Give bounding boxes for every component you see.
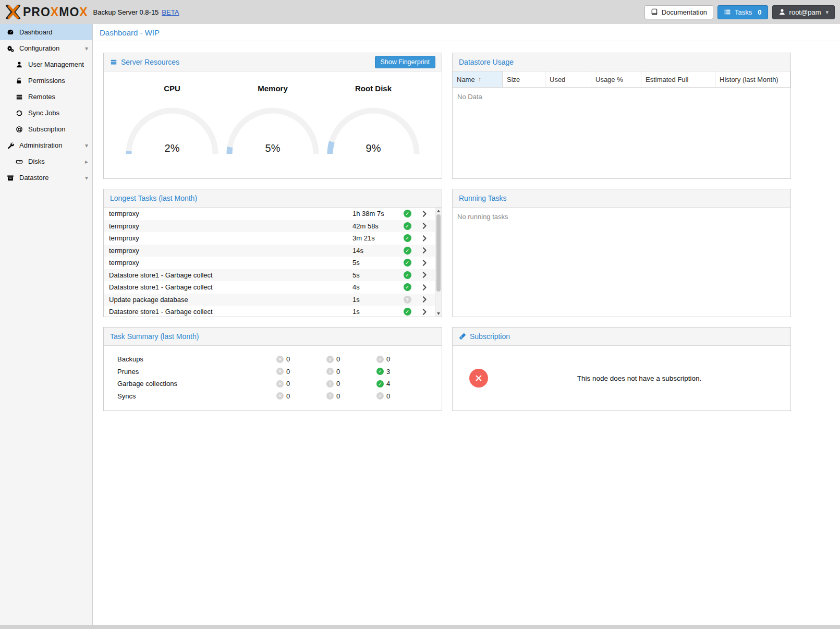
column-header-name[interactable]: Name↑	[453, 71, 503, 87]
tasks-scrollbar[interactable]	[435, 208, 442, 317]
sidebar-item-sync-jobs[interactable]: Sync Jobs	[0, 105, 92, 121]
summary-count: ✕0	[276, 380, 326, 388]
gauge-arc: 5%	[223, 103, 322, 155]
tasks-button[interactable]: Tasks 0	[717, 5, 768, 19]
documentation-button[interactable]: Documentation	[644, 5, 713, 19]
error-count-icon: ✕	[276, 392, 284, 400]
status-unknown-icon: ?	[404, 296, 411, 304]
summary-count: ✕0	[276, 355, 326, 363]
gauge-value: 2%	[123, 142, 222, 154]
column-header-label: Used	[550, 76, 565, 83]
longest-tasks-panel: Longest Tasks (last Month) termproxy1h 3…	[103, 189, 442, 317]
sidebar-item-user-management[interactable]: User Management	[0, 56, 92, 72]
status-ok-icon: ✓	[404, 308, 411, 316]
gauge-memory: Memory5%	[223, 84, 322, 155]
task-row[interactable]: Update package database1s?	[104, 294, 442, 306]
column-header-label: Estimated Full	[646, 76, 688, 83]
sidebar-item-label: Disks	[28, 158, 80, 165]
task-name: termproxy	[109, 247, 352, 255]
status-ok-icon: ✓	[404, 259, 411, 267]
column-header-label: Name	[457, 76, 475, 83]
no-subscription-x-icon: ✕	[469, 369, 488, 388]
task-duration: 1s	[352, 308, 399, 316]
book-icon	[651, 8, 658, 16]
scrollbar-thumb[interactable]	[436, 214, 441, 292]
sidebar-item-disks[interactable]: Disks▸	[0, 153, 92, 170]
task-row[interactable]: termproxy5s✓	[104, 257, 442, 269]
sidebar-item-subscription[interactable]: Subscription	[0, 121, 92, 137]
task-status: ✓	[399, 234, 415, 242]
task-row[interactable]: termproxy42m 58s✓	[104, 220, 442, 233]
scroll-down-arrow[interactable]	[435, 310, 442, 317]
task-detail-chevron[interactable]	[415, 284, 434, 291]
scroll-up-arrow[interactable]	[435, 208, 442, 214]
task-detail-chevron[interactable]	[415, 222, 434, 229]
chevron-right-icon	[421, 296, 428, 303]
summary-count-value: 0	[286, 380, 290, 388]
sidebar-item-dashboard[interactable]: Dashboard	[0, 24, 92, 40]
lifering-icon	[15, 125, 23, 134]
sidebar-item-datastore[interactable]: Datastore▾	[0, 170, 92, 186]
task-detail-chevron[interactable]	[415, 296, 434, 303]
summary-label: Garbage collections	[117, 380, 276, 388]
chevron-right-icon	[421, 247, 428, 254]
summary-count: ✕0	[276, 392, 326, 400]
task-duration: 1h 38m 7s	[352, 210, 399, 217]
task-detail-chevron[interactable]	[415, 259, 434, 267]
warning-count-icon: !	[326, 368, 334, 375]
sidebar-item-permissions[interactable]: Permissions	[0, 72, 92, 89]
proxmox-logo: PROXMOX	[5, 4, 88, 20]
chevron-right-icon	[421, 235, 428, 242]
tachometer-icon	[6, 28, 15, 37]
task-summary-title: Task Summary (last Month)	[110, 332, 199, 341]
task-detail-chevron[interactable]	[415, 210, 434, 217]
summary-row-prunes: Prunes✕0!0✓3	[117, 366, 442, 378]
summary-count-value: 0	[336, 368, 340, 376]
ok-count-icon: ✓	[376, 380, 384, 388]
proxmox-logo-text: PROXMOX	[23, 5, 88, 19]
sidebar-item-configuration[interactable]: Configuration▾	[0, 40, 92, 56]
task-row[interactable]: Datastore store1 - Garbage collect1s✓	[104, 306, 442, 317]
datastore-usage-panel: Datastore Usage Name↑SizeUsedUsage %Esti…	[452, 53, 791, 179]
column-header-usage[interactable]: Usage %	[591, 71, 641, 87]
warning-count-icon: !	[326, 392, 334, 400]
longest-tasks-list: termproxy1h 38m 7s✓termproxy42m 58s✓term…	[104, 208, 442, 317]
user-menu-button[interactable]: root@pam ▾	[772, 5, 835, 19]
task-detail-chevron[interactable]	[415, 235, 434, 242]
summary-label: Prunes	[117, 368, 276, 376]
sidebar-item-remotes[interactable]: Remotes	[0, 89, 92, 105]
task-row[interactable]: termproxy1h 38m 7s✓	[104, 208, 442, 220]
gauge-cpu: CPU2%	[123, 84, 222, 155]
gauge-title: Root Disk	[324, 84, 423, 93]
chevron-right-icon	[421, 308, 428, 316]
documentation-label: Documentation	[662, 8, 707, 16]
task-duration: 3m 21s	[352, 234, 399, 242]
gauge-title: Memory	[223, 84, 322, 93]
task-row[interactable]: Datastore store1 - Garbage collect5s✓	[104, 269, 442, 282]
task-status: ?	[399, 296, 415, 304]
window-bottom-strip	[0, 625, 840, 629]
task-status: ✓	[399, 247, 415, 255]
sort-asc-icon: ↑	[478, 76, 481, 83]
sidebar-item-label: Dashboard	[19, 28, 88, 36]
column-header-used[interactable]: Used	[545, 71, 591, 87]
task-detail-chevron[interactable]	[415, 271, 434, 279]
summary-count-value: 0	[386, 355, 390, 363]
summary-label: Backups	[117, 355, 276, 363]
beta-link[interactable]: BETA	[162, 8, 179, 16]
task-detail-chevron[interactable]	[415, 247, 434, 254]
task-detail-chevron[interactable]	[415, 308, 434, 316]
task-row[interactable]: termproxy14s✓	[104, 245, 442, 257]
summary-count: ✓4	[376, 380, 442, 388]
show-fingerprint-button[interactable]: Show Fingerprint	[375, 56, 436, 68]
column-header-history-last-month[interactable]: History (last Month)	[715, 71, 790, 87]
task-row[interactable]: Datastore store1 - Garbage collect4s✓	[104, 281, 442, 294]
cube-icon	[6, 174, 15, 182]
warning-count-icon: !	[326, 356, 334, 363]
summary-count: !0	[326, 355, 376, 363]
task-row[interactable]: termproxy3m 21s✓	[104, 232, 442, 245]
column-header-size[interactable]: Size	[503, 71, 545, 87]
column-header-estimated-full[interactable]: Estimated Full	[641, 71, 715, 87]
bars-icon	[15, 93, 23, 101]
sidebar-item-administration[interactable]: Administration▾	[0, 137, 92, 153]
